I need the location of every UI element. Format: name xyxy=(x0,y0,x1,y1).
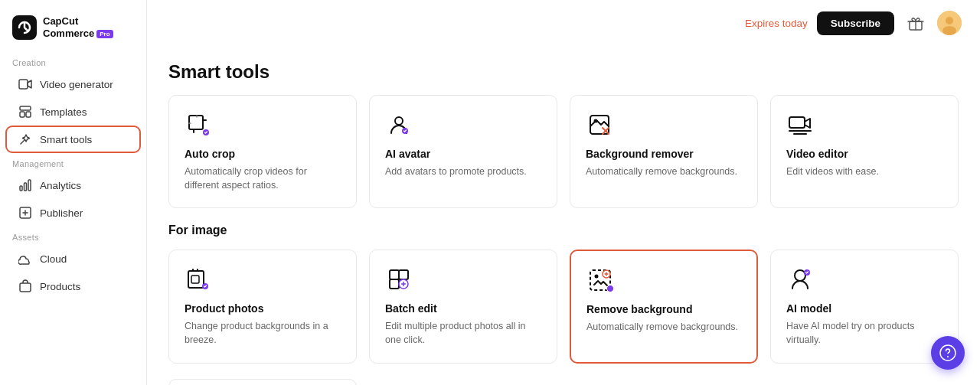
svg-rect-28 xyxy=(399,270,408,279)
sidebar-item-video-generator[interactable]: Video generator xyxy=(6,71,140,97)
sidebar-item-smart-tools[interactable]: Smart tools xyxy=(6,126,140,152)
remove-bg-icon xyxy=(586,266,614,294)
card-remove-bg-title: Remove background xyxy=(586,303,741,315)
video-icon xyxy=(18,77,32,91)
logo-brand: CapCutCommercePro xyxy=(43,15,113,39)
card-batch-edit-desc: Edit multiple product photos all in one … xyxy=(385,319,541,347)
card-auto-crop[interactable]: Auto crop Automatically crop videos for … xyxy=(168,95,357,208)
ai-model-icon xyxy=(786,266,814,293)
svg-point-13 xyxy=(946,17,953,24)
batch-edit-icon xyxy=(385,266,413,293)
sidebar-item-cloud[interactable]: Cloud xyxy=(6,246,140,272)
card-auto-crop-desc: Automatically crop videos for different … xyxy=(185,165,341,192)
sidebar-label-templates: Templates xyxy=(40,106,87,118)
card-batch-edit[interactable]: Batch edit Edit multiple product photos … xyxy=(369,250,557,363)
card-ai-model-title: AI model xyxy=(786,302,942,315)
svg-rect-29 xyxy=(390,279,399,289)
extra-cards-grid: Image editor Edit images and graphics xyxy=(168,379,959,386)
card-auto-crop-title: Auto crop xyxy=(185,148,341,160)
svg-rect-25 xyxy=(191,276,199,283)
capcut-logo xyxy=(12,15,37,40)
card-product-photos-desc: Change product backgrounds in a breeze. xyxy=(185,319,341,347)
crop-icon xyxy=(185,111,212,139)
card-ai-model-desc: Have AI model try on products virtually. xyxy=(786,319,942,347)
card-remove-bg-desc: Automatically remove backgrounds. xyxy=(586,320,741,334)
card-product-photos-title: Product photos xyxy=(185,302,341,315)
card-background-remover[interactable]: Background remover Automatically remove … xyxy=(570,95,758,208)
sidebar: CapCutCommercePro Creation Video generat… xyxy=(0,0,147,385)
section-management: Management xyxy=(0,153,146,171)
pro-badge: Pro xyxy=(96,30,113,38)
section-creation: Creation xyxy=(0,52,146,70)
wand-icon xyxy=(18,132,32,146)
card-video-editor-desc: Edit videos with ease. xyxy=(786,165,942,178)
section-assets: Assets xyxy=(0,227,146,245)
sidebar-label-products: Products xyxy=(40,281,80,292)
gift-icon[interactable] xyxy=(903,11,928,35)
card-remove-background[interactable]: Remove background Automatically remove b… xyxy=(570,250,758,363)
svg-rect-4 xyxy=(26,112,31,117)
header-bar: Expires today Subscribe xyxy=(294,0,980,46)
svg-rect-8 xyxy=(28,180,31,191)
video-edit-icon xyxy=(786,111,814,139)
card-ai-avatar-title: AI avatar xyxy=(385,148,541,160)
svg-point-20 xyxy=(594,119,598,123)
svg-rect-10 xyxy=(20,283,31,292)
card-batch-edit-title: Batch edit xyxy=(385,302,541,315)
main-content: Expires today Subscribe Smart tools Auto… xyxy=(147,0,980,385)
template-icon xyxy=(18,105,32,119)
subscribe-button[interactable]: Subscribe xyxy=(817,11,894,35)
for-image-heading: For image xyxy=(168,223,959,237)
card-ai-avatar[interactable]: AI avatar Add avatars to promote product… xyxy=(369,95,557,208)
content-body: Smart tools Auto crop Automatically crop… xyxy=(168,61,959,385)
sidebar-item-templates[interactable]: Templates xyxy=(6,99,140,125)
svg-rect-3 xyxy=(20,112,24,117)
sidebar-label-cloud: Cloud xyxy=(40,253,67,265)
sidebar-item-analytics[interactable]: Analytics xyxy=(6,172,140,198)
card-image-editor[interactable]: Image editor Edit images and graphics xyxy=(168,379,357,386)
avatar[interactable] xyxy=(937,11,962,35)
logo-sub: Commerce xyxy=(43,28,94,39)
card-video-editor[interactable]: Video editor Edit videos with ease. xyxy=(770,95,959,208)
svg-point-32 xyxy=(595,275,599,279)
help-icon xyxy=(939,344,956,361)
sidebar-label-smart-tools: Smart tools xyxy=(40,134,92,145)
analytics-icon xyxy=(18,178,32,192)
svg-rect-6 xyxy=(20,186,22,191)
svg-point-17 xyxy=(395,117,403,125)
card-ai-model[interactable]: AI model Have AI model try on products v… xyxy=(770,250,959,363)
svg-rect-23 xyxy=(789,117,805,128)
card-product-photos[interactable]: Product photos Change product background… xyxy=(168,250,357,363)
card-ai-avatar-desc: Add avatars to promote products. xyxy=(385,165,541,178)
svg-rect-1 xyxy=(19,80,28,89)
sidebar-label-video-generator: Video generator xyxy=(40,79,113,90)
product-photos-icon xyxy=(185,266,212,293)
ai-avatar-icon xyxy=(385,111,413,139)
sidebar-item-products[interactable]: Products xyxy=(6,273,140,299)
help-fab[interactable] xyxy=(931,336,965,370)
for-image-grid: Product photos Change product background… xyxy=(168,250,959,363)
expires-label: Expires today xyxy=(745,18,808,29)
svg-point-14 xyxy=(942,26,956,35)
svg-point-41 xyxy=(947,356,949,357)
bg-remove-icon xyxy=(586,111,613,139)
card-video-editor-title: Video editor xyxy=(786,148,942,160)
page-title: Smart tools xyxy=(168,61,959,83)
svg-rect-27 xyxy=(390,270,399,279)
publisher-icon xyxy=(18,206,32,220)
cloud-icon xyxy=(18,252,32,266)
svg-line-5 xyxy=(21,140,24,144)
sidebar-label-analytics: Analytics xyxy=(40,180,81,191)
svg-rect-15 xyxy=(189,116,203,129)
for-video-grid: Auto crop Automatically crop videos for … xyxy=(168,95,959,208)
sidebar-label-publisher: Publisher xyxy=(40,207,83,219)
avatar-image xyxy=(937,11,962,35)
products-icon xyxy=(18,279,32,293)
svg-rect-7 xyxy=(24,183,27,191)
badge-dot xyxy=(606,285,614,292)
svg-rect-24 xyxy=(188,271,204,288)
sidebar-item-publisher[interactable]: Publisher xyxy=(6,200,140,226)
logo: CapCutCommercePro xyxy=(0,9,146,52)
card-bg-remover-desc: Automatically remove backgrounds. xyxy=(586,165,742,178)
card-bg-remover-title: Background remover xyxy=(586,148,742,160)
